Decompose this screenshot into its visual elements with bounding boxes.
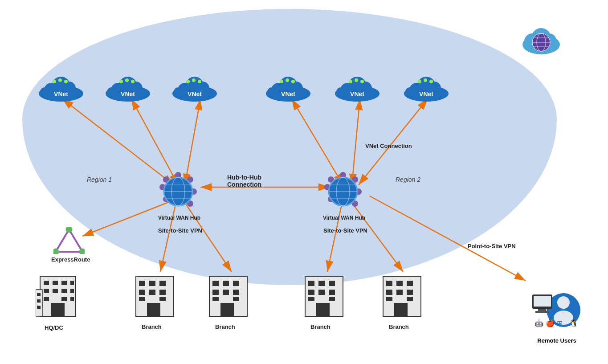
hub2-label: Virtual WAN Hub bbox=[323, 215, 365, 221]
svg-rect-115 bbox=[70, 289, 74, 293]
svg-rect-152 bbox=[329, 297, 335, 301]
svg-rect-114 bbox=[61, 289, 67, 293]
branch1-label: Branch bbox=[142, 323, 162, 330]
svg-point-28 bbox=[40, 87, 49, 96]
svg-point-67 bbox=[360, 80, 364, 83]
vnet2-cloud: VNet bbox=[102, 66, 154, 103]
vnet4-cloud: VNet bbox=[263, 66, 314, 103]
svg-rect-147 bbox=[329, 281, 335, 286]
svg-point-39 bbox=[125, 78, 129, 82]
svg-rect-154 bbox=[394, 303, 408, 316]
hub2-icon bbox=[323, 172, 363, 213]
svg-rect-128 bbox=[139, 290, 145, 295]
svg-point-37 bbox=[107, 87, 116, 96]
svg-text:VNet: VNet bbox=[54, 90, 68, 98]
svg-point-55 bbox=[267, 87, 276, 96]
svg-rect-137 bbox=[233, 281, 239, 286]
vnet6-cloud: VNet bbox=[401, 66, 452, 103]
svg-text:VNet: VNet bbox=[419, 90, 433, 98]
svg-rect-129 bbox=[149, 290, 155, 295]
vnet-connection-label: VNet Connection bbox=[365, 143, 412, 149]
diagram-container: VNet VNet VNet bbox=[0, 0, 608, 364]
svg-point-40 bbox=[131, 80, 135, 83]
svg-rect-169 bbox=[534, 296, 551, 307]
hub1-label: Virtual WAN Hub bbox=[158, 215, 200, 221]
svg-rect-167 bbox=[538, 309, 546, 311]
svg-rect-151 bbox=[308, 297, 314, 301]
hqdc-building bbox=[36, 267, 80, 323]
azure-globe-icon bbox=[519, 20, 563, 57]
svg-rect-111 bbox=[70, 281, 74, 285]
svg-text:VNet: VNet bbox=[350, 90, 364, 98]
branch3-label: Branch bbox=[310, 323, 331, 330]
vnet5-cloud: VNet bbox=[332, 66, 383, 103]
region1-label: Region 1 bbox=[87, 176, 112, 183]
branch1-building bbox=[134, 272, 176, 323]
point-to-site-vpn-label: Point-to-Site VPN bbox=[468, 243, 516, 249]
svg-rect-118 bbox=[70, 297, 74, 301]
svg-rect-112 bbox=[44, 289, 49, 293]
svg-point-47 bbox=[186, 80, 190, 83]
svg-rect-141 bbox=[212, 297, 219, 301]
svg-rect-148 bbox=[308, 290, 314, 295]
svg-text:VNet: VNet bbox=[281, 90, 295, 98]
svg-rect-107 bbox=[51, 303, 65, 316]
svg-rect-162 bbox=[407, 297, 413, 301]
svg-rect-145 bbox=[308, 281, 314, 286]
svg-text:VNet: VNet bbox=[188, 90, 202, 98]
svg-rect-120 bbox=[37, 293, 41, 296]
svg-rect-144 bbox=[316, 303, 330, 316]
hqdc-label: HQ/DC bbox=[45, 324, 63, 331]
svg-rect-161 bbox=[386, 297, 392, 301]
branch2-label: Branch bbox=[215, 323, 235, 330]
svg-rect-160 bbox=[407, 290, 413, 295]
svg-rect-113 bbox=[53, 289, 58, 293]
branch3-building bbox=[303, 272, 345, 323]
svg-rect-122 bbox=[37, 306, 41, 309]
remote-users-icon: 🤖 🍎 ⊞ 🐧 Remote Users bbox=[530, 286, 584, 344]
svg-point-66 bbox=[355, 78, 358, 82]
svg-rect-109 bbox=[53, 281, 58, 285]
svg-text:VNet: VNet bbox=[121, 90, 135, 98]
svg-rect-149 bbox=[318, 290, 325, 295]
vnet1-cloud: VNet bbox=[36, 66, 87, 103]
svg-point-30 bbox=[58, 78, 62, 82]
svg-point-48 bbox=[192, 78, 196, 82]
svg-text:🤖: 🤖 bbox=[535, 319, 543, 327]
region2-label: Region 2 bbox=[396, 176, 420, 183]
svg-point-75 bbox=[424, 78, 427, 82]
svg-rect-158 bbox=[386, 290, 392, 295]
svg-point-57 bbox=[286, 78, 289, 82]
svg-rect-134 bbox=[220, 303, 234, 316]
svg-point-46 bbox=[174, 87, 183, 96]
site-to-site-vpn-right-label: Site-to-Site VPN bbox=[323, 227, 367, 234]
svg-rect-117 bbox=[61, 297, 67, 301]
svg-text:🐧: 🐧 bbox=[569, 319, 578, 327]
hub1-icon bbox=[158, 172, 198, 213]
branch4-building bbox=[381, 272, 423, 323]
svg-point-76 bbox=[429, 80, 433, 83]
expressroute-icon bbox=[53, 227, 85, 256]
expressroute-label: ExpressRoute bbox=[51, 256, 90, 263]
svg-point-164 bbox=[557, 296, 570, 309]
svg-point-29 bbox=[53, 80, 56, 83]
svg-point-49 bbox=[198, 80, 201, 83]
svg-rect-124 bbox=[147, 303, 160, 316]
svg-rect-110 bbox=[61, 281, 67, 285]
svg-point-31 bbox=[64, 80, 68, 83]
svg-rect-132 bbox=[159, 297, 166, 301]
svg-point-105 bbox=[53, 249, 59, 254]
svg-point-73 bbox=[405, 87, 414, 96]
svg-rect-159 bbox=[396, 290, 403, 295]
svg-point-74 bbox=[418, 80, 421, 83]
svg-rect-125 bbox=[139, 281, 145, 286]
svg-rect-126 bbox=[149, 281, 155, 286]
svg-rect-157 bbox=[407, 281, 413, 286]
hub-to-hub-label: Hub-to-HubConnection bbox=[227, 174, 261, 188]
branch4-label: Branch bbox=[389, 323, 409, 330]
svg-rect-130 bbox=[159, 290, 166, 295]
svg-point-56 bbox=[280, 80, 283, 83]
svg-point-65 bbox=[349, 80, 352, 83]
remote-users-label: Remote Users bbox=[530, 337, 584, 344]
svg-text:⊞: ⊞ bbox=[557, 319, 563, 327]
